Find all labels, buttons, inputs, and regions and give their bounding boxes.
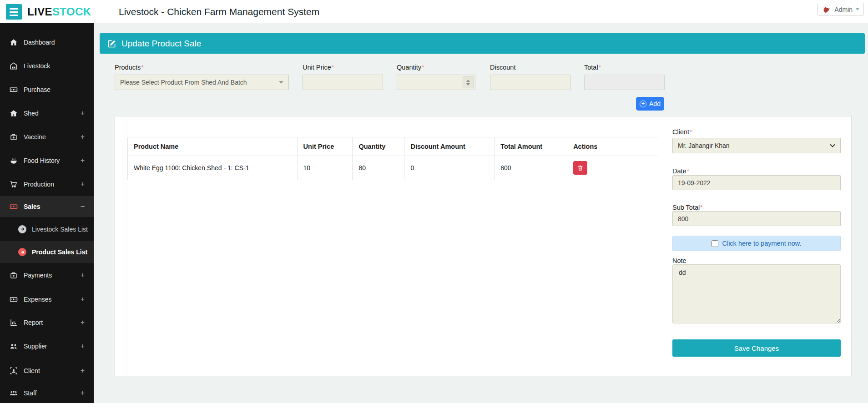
products-select-value: Please Select Product From Shed And Batc… (120, 79, 247, 86)
cell-discount-amount: 0 (404, 156, 495, 180)
col-unit-price: Unit Price (297, 137, 353, 156)
circle-arrow-icon (18, 248, 26, 256)
admin-menu-button[interactable]: Admin (818, 3, 864, 16)
panel-title: Update Product Sale (121, 39, 201, 49)
chevron-down-icon (856, 8, 859, 10)
sidebar-item-livestock[interactable]: Livestock (0, 54, 94, 78)
spinner-up-icon[interactable] (466, 80, 470, 82)
sidebar-nav: Dashboard Livestock Purchase Shed + Vacc… (0, 23, 94, 403)
quantity-group: Quantity* (397, 64, 475, 90)
sidebar-item-label: Sales (24, 203, 40, 210)
expand-plus-icon[interactable]: + (81, 180, 85, 188)
sub-total-label: Sub Total* (672, 204, 703, 211)
sidebar-item-label: Product Sales List (32, 248, 87, 256)
sidebar-item-purchase[interactable]: Purchase (0, 78, 94, 101)
app-screen: LIVESTOCK Livestock - Chicken Farm Manag… (0, 0, 868, 409)
sidebar-item-product-sales-list[interactable]: Product Sales List (0, 241, 94, 263)
sidebar-item-vaccine[interactable]: Vaccine + (0, 125, 94, 149)
staff-icon (10, 389, 18, 397)
sidebar-item-report[interactable]: Report + (0, 311, 94, 334)
users-icon (10, 342, 18, 350)
expand-plus-icon[interactable]: + (81, 318, 85, 327)
total-input (584, 75, 665, 90)
note-textarea[interactable]: dd (672, 264, 841, 323)
sidebar-item-label: Vaccine (24, 133, 46, 141)
expand-plus-icon[interactable]: + (81, 295, 85, 303)
sidebar-item-label: Dashboard (24, 39, 55, 46)
required-marker: * (687, 167, 690, 175)
discount-input[interactable] (490, 75, 570, 90)
sidebar-item-dashboard[interactable]: Dashboard (0, 30, 94, 54)
expand-plus-icon[interactable]: + (81, 157, 85, 165)
app-logo: LIVESTOCK (27, 0, 91, 23)
col-quantity: Quantity (353, 137, 404, 156)
table-row: White Egg 1100: Chicken Shed - 1: CS-1 1… (128, 156, 658, 180)
sidebar-item-label: Production (24, 181, 54, 188)
sidebar-item-client[interactable]: Client + (0, 359, 94, 383)
expand-plus-icon[interactable]: + (81, 342, 85, 350)
add-button[interactable]: + Add (636, 97, 664, 111)
sidebar-item-shed[interactable]: Shed + (0, 101, 94, 125)
trash-icon (577, 164, 584, 172)
payments-icon (10, 271, 18, 279)
chevron-down-icon (830, 144, 835, 147)
payment-now-option[interactable]: Click here to payment now. (672, 236, 841, 251)
quantity-label: Quantity* (397, 64, 475, 71)
payment-now-checkbox[interactable] (712, 240, 718, 247)
sidebar-item-production[interactable]: Production + (0, 172, 94, 196)
table-header-row: Product Name Unit Price Quantity Discoun… (128, 137, 658, 156)
sidebar-item-sales[interactable]: Sales − (0, 196, 94, 217)
products-select[interactable]: Please Select Product From Shed And Batc… (115, 75, 289, 90)
livestock-icon (10, 62, 18, 70)
sidebar-item-supplier[interactable]: Supplier + (0, 334, 94, 359)
client-group-icon (10, 367, 18, 375)
note-label: Note (672, 257, 686, 264)
required-marker: * (700, 204, 703, 211)
date-input[interactable] (672, 175, 841, 190)
expand-plus-icon[interactable]: + (81, 367, 85, 375)
sidebar-item-livestock-sales-list[interactable]: Livestock Sales List (0, 217, 94, 241)
spinner-down-icon[interactable] (466, 83, 470, 86)
logo-suffix: STOCK (52, 5, 91, 18)
required-marker: * (332, 64, 334, 71)
sidebar-item-label: Purchase (24, 86, 50, 93)
number-spinner[interactable] (463, 76, 474, 88)
page-title: Livestock - Chicken Farm Management Syst… (119, 0, 319, 23)
delete-row-button[interactable] (573, 161, 587, 175)
sidebar-item-label: Payments (24, 272, 52, 279)
sidebar-toggle-button[interactable] (6, 4, 22, 20)
total-label: Total* (584, 64, 665, 71)
money-icon (10, 295, 18, 303)
sidebar-item-label: Supplier (24, 343, 47, 350)
money-icon (10, 202, 18, 211)
sale-card: Product Name Unit Price Quantity Discoun… (115, 116, 852, 376)
client-select[interactable]: Mr. Jahangir Khan (672, 138, 841, 153)
sidebar-item-label: Livestock (24, 62, 50, 70)
sidebar-item-staff[interactable]: Staff + (0, 383, 94, 403)
expand-plus-icon[interactable]: + (81, 109, 85, 117)
required-marker: * (599, 64, 601, 71)
circle-arrow-icon (18, 225, 26, 233)
unit-price-input[interactable] (303, 75, 383, 90)
sidebar-item-expenses[interactable]: Expenses + (0, 288, 94, 311)
col-discount-amount: Discount Amount (404, 137, 495, 156)
cell-unit-price: 10 (297, 156, 353, 180)
client-label: Client* (672, 128, 692, 136)
expand-plus-icon[interactable]: + (81, 389, 85, 397)
food-bowl-icon (10, 157, 18, 165)
expand-plus-icon[interactable]: + (81, 271, 85, 279)
sidebar-item-food-history[interactable]: Food History + (0, 149, 94, 172)
collapse-minus-icon[interactable]: − (81, 202, 85, 211)
expand-plus-icon[interactable]: + (81, 133, 85, 141)
cell-product-name: White Egg 1100: Chicken Shed - 1: CS-1 (128, 156, 298, 180)
save-changes-button[interactable]: Save Changes (672, 339, 841, 357)
required-marker: * (141, 64, 144, 71)
sidebar-item-payments[interactable]: Payments + (0, 263, 94, 288)
sidebar-item-label: Report (24, 319, 43, 326)
edit-icon (107, 39, 116, 48)
unit-price-label: Unit Price* (303, 64, 383, 71)
products-group: Products* Please Select Product From She… (115, 64, 289, 90)
total-group: Total* (584, 64, 665, 90)
products-label: Products* (115, 64, 289, 71)
discount-label: Discount (490, 64, 570, 71)
